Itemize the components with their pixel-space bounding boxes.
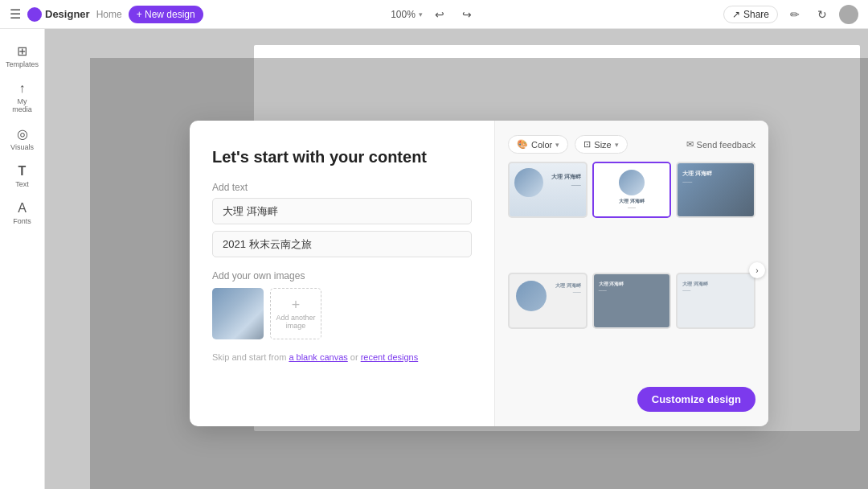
modal-left-panel: Let's start with your content Add text A… [190, 121, 495, 426]
template-card-4-visual: 大理 洱海畔—— [510, 274, 586, 327]
template-2-text: 大理 洱海畔—— [594, 198, 670, 210]
template-4-text: 大理 洱海畔—— [555, 282, 581, 294]
visuals-icon: ◎ [17, 126, 28, 142]
template-card-4[interactable]: 大理 洱海畔—— [508, 273, 588, 329]
template-card-5[interactable]: 大理 洱海畔—— [592, 273, 672, 329]
feedback-icon: ✉ [686, 139, 694, 150]
content-modal: Let's start with your content Add text A… [190, 121, 768, 426]
text-label: Text [15, 180, 29, 188]
file-name: Home [96, 9, 122, 20]
add-another-image-label: Add another image [271, 314, 321, 330]
share-button[interactable]: ↗ Share [723, 6, 778, 23]
text-field-1[interactable] [212, 198, 472, 224]
skip-row: Skip and start from a blank canvas or re… [212, 352, 472, 362]
feedback-label: Send feedback [697, 140, 755, 150]
filters-row: 🎨 Color ▾ ⊡ Size ▾ ✉ Send feedback [508, 135, 755, 154]
fonts-label: Fonts [13, 217, 31, 225]
logo-icon [27, 7, 42, 22]
pen-tool-button[interactable]: ✏ [784, 4, 805, 25]
image-thumbnail [212, 288, 264, 339]
next-arrow-button[interactable]: › [749, 262, 765, 278]
template-1-circle [514, 168, 543, 197]
add-text-label: Add text [212, 182, 472, 193]
color-filter-icon: 🎨 [517, 139, 528, 150]
modal-right-panel: 🎨 Color ▾ ⊡ Size ▾ ✉ Send feedback [495, 121, 768, 426]
template-4-circle [516, 281, 547, 311]
my-media-icon: ↑ [19, 81, 26, 96]
new-design-button[interactable]: + New design [129, 6, 203, 23]
topbar-center: 100% ▾ ↩ ↪ [293, 4, 575, 25]
sidebar: ⊞ Templates ↑ My media ◎ Visuals T Text … [0, 29, 45, 489]
size-chevron-icon: ▾ [615, 141, 619, 149]
template-2-circle [619, 170, 645, 195]
zoom-control[interactable]: 100% ▾ [391, 9, 423, 20]
template-card-6[interactable]: 大理 洱海畔—— [676, 273, 755, 329]
sidebar-item-visuals[interactable]: ◎ Visuals [3, 121, 42, 156]
modal-overlay: Let's start with your content Add text A… [90, 58, 868, 489]
zoom-chevron-icon: ▾ [419, 10, 423, 18]
templates-icon: ⊞ [17, 43, 27, 59]
redo-button[interactable]: ↪ [457, 4, 477, 25]
topbar-right: ↗ Share ✏ ↻ [575, 4, 858, 25]
template-1-text: 大理 洱海畔—— [551, 173, 581, 189]
size-filter-icon: ⊡ [583, 139, 591, 150]
app-logo: Designer [27, 7, 90, 22]
color-filter-label: Color [531, 140, 552, 150]
template-card-3-visual: 大理 洱海畔—— [678, 163, 754, 216]
size-filter-button[interactable]: ⊡ Size ▾ [575, 135, 627, 154]
template-3-text: 大理 洱海畔—— [682, 170, 712, 186]
fonts-icon: A [18, 201, 27, 216]
size-filter-label: Size [594, 140, 611, 150]
color-filter-button[interactable]: 🎨 Color ▾ [508, 135, 568, 154]
image-thumb-visual [212, 288, 264, 339]
text-icon: T [18, 164, 27, 179]
template-card-1-visual: 大理 洱海畔—— [510, 163, 586, 216]
template-card-3[interactable]: 大理 洱海畔—— [676, 162, 755, 218]
modal-title: Let's start with your content [212, 146, 472, 167]
share-label: Share [743, 9, 769, 20]
sidebar-item-templates[interactable]: ⊞ Templates [3, 39, 42, 73]
add-another-image-button[interactable]: + Add another image [270, 288, 321, 339]
template-card-2-visual: 大理 洱海畔—— [594, 163, 670, 216]
add-images-label: Add your own images [212, 270, 472, 281]
app-name: Designer [45, 8, 90, 20]
canvas-area: Let's start with your content Add text A… [45, 29, 868, 489]
plus-icon: + [292, 298, 301, 312]
sidebar-item-my-media[interactable]: ↑ My media [3, 76, 42, 118]
template-6-text: 大理 洱海畔—— [682, 281, 708, 293]
text-field-2[interactable] [212, 231, 472, 257]
or-text: or [348, 352, 361, 362]
images-row: + Add another image [212, 288, 472, 339]
topbar-left: ☰ Designer Home + New design [10, 6, 293, 23]
template-5-text: 大理 洱海畔—— [599, 281, 624, 293]
zoom-level: 100% [391, 9, 416, 20]
skip-text: Skip and start from [212, 352, 289, 362]
templates-grid: 大理 洱海畔—— 大理 洱海畔—— 大理 洱海畔—— [508, 162, 755, 379]
sidebar-item-text[interactable]: T Text [3, 159, 42, 193]
customize-design-button[interactable]: Customize design [637, 387, 755, 412]
templates-label: Templates [6, 60, 39, 68]
my-media-label: My media [10, 97, 35, 113]
color-chevron-icon: ▾ [555, 141, 559, 149]
template-card-6-visual: 大理 洱海畔—— [678, 274, 754, 327]
send-feedback-button[interactable]: ✉ Send feedback [686, 139, 755, 150]
undo-button[interactable]: ↩ [429, 4, 450, 25]
refresh-button[interactable]: ↻ [812, 4, 833, 25]
recent-designs-link[interactable]: recent designs [361, 352, 419, 362]
avatar[interactable] [839, 5, 858, 24]
share-icon: ↗ [732, 9, 740, 20]
hamburger-icon[interactable]: ☰ [10, 6, 21, 22]
topbar: ☰ Designer Home + New design 100% ▾ ↩ ↪ … [0, 0, 868, 29]
blank-canvas-link[interactable]: a blank canvas [289, 352, 347, 362]
template-card-5-visual: 大理 洱海畔—— [594, 274, 670, 327]
template-card-2[interactable]: 大理 洱海畔—— [592, 162, 672, 218]
sidebar-item-fonts[interactable]: A Fonts [3, 196, 42, 230]
visuals-label: Visuals [10, 143, 34, 151]
template-card-1[interactable]: 大理 洱海畔—— [508, 162, 588, 218]
